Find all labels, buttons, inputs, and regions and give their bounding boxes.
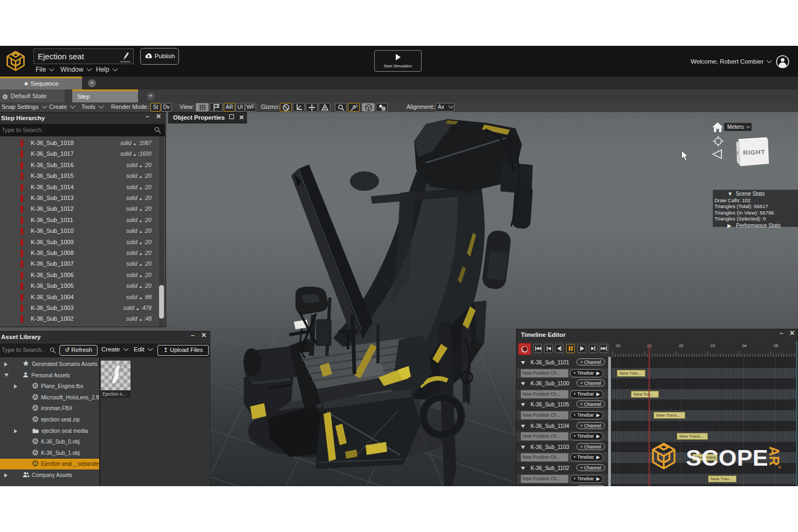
svg-text:RIGHT: RIGHT [743,148,766,156]
svg-text:®: ® [778,465,781,470]
svg-text:rename: rename [120,60,130,63]
svg-text:AR: AR [767,446,782,466]
svg-text:SCOPE: SCOPE [686,445,768,471]
